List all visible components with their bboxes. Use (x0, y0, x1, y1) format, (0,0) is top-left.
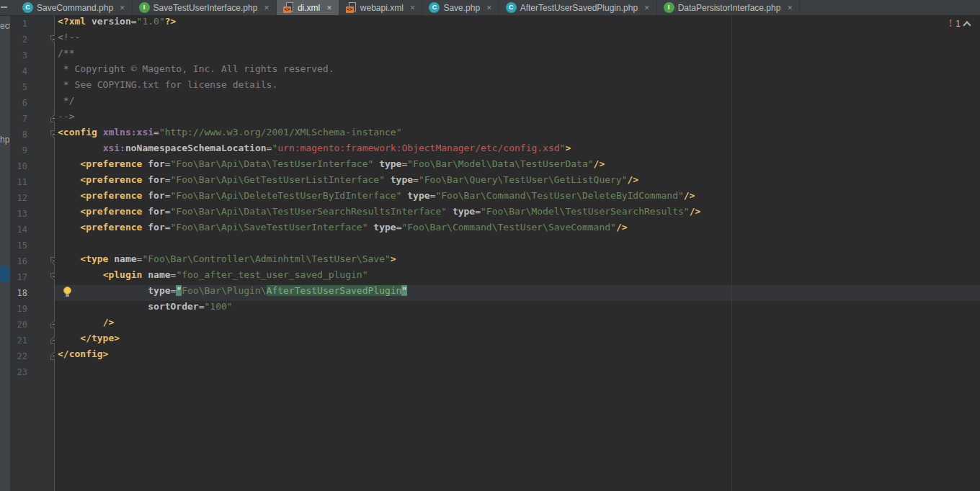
tab-close-icon[interactable]: ✕ (264, 4, 270, 12)
php-class-icon: C (22, 2, 33, 13)
project-item-fragment-1: hp (0, 134, 10, 145)
code-line-12[interactable]: <preference for="Foo\Bar\Api\DeleteTestU… (58, 190, 980, 206)
chevron-up-icon[interactable] (963, 21, 971, 29)
tab-Save.php[interactable]: CSave.php✕ (422, 0, 499, 15)
php-interface-icon: I (664, 2, 674, 13)
code-line-1[interactable]: <?xml version="1.0"?> (58, 16, 980, 32)
editor-gutter[interactable]: 1234567891011121314151617181920212223 (10, 16, 55, 491)
code-line-20[interactable]: /> (58, 317, 980, 333)
inspections-widget[interactable]: ! 1 (949, 18, 970, 30)
code-line-18[interactable]: type="Foo\Bar\Plugin\AfterTestUserSavedP… (58, 285, 980, 301)
xml-file-icon: <> (283, 2, 294, 13)
tab-AfterTestUserSavedPlugin.php[interactable]: CAfterTestUserSavedPlugin.php✕ (499, 0, 657, 15)
code-line-21[interactable]: </type> (58, 333, 980, 348)
tab-close-icon[interactable]: ✕ (644, 4, 650, 12)
tab-label: DataPersistorInterface.php (678, 3, 781, 13)
tab-webapi.xml[interactable]: <>webapi.xml✕ (339, 0, 423, 15)
tab-close-icon[interactable]: ✕ (787, 4, 793, 12)
php-class-icon: C (506, 2, 517, 13)
project-item-fragment-0: ect (0, 20, 10, 32)
error-icon: ! (949, 19, 953, 29)
line-number-17: 17 (10, 269, 27, 285)
xml-badge: <> (283, 6, 291, 13)
code-line-14[interactable]: <preference for="Foo\Bar\Api\SaveTestUse… (58, 222, 980, 238)
line-number-3: 3 (10, 48, 27, 63)
code-line-17[interactable]: <plugin name="foo_after_test_user_saved_… (58, 269, 980, 285)
line-number-19: 19 (10, 301, 27, 317)
xml-file-icon: <> (346, 2, 357, 13)
code-line-4[interactable]: * Copyright © Magento, Inc. All rights r… (58, 63, 980, 79)
line-number-12: 12 (10, 190, 27, 206)
line-number-18: 18 (10, 285, 27, 301)
code-line-19[interactable]: sortOrder="100" (58, 301, 980, 317)
line-number-11: 11 (10, 174, 27, 190)
tab-close-icon[interactable]: ✕ (410, 4, 416, 12)
error-count: 1 (956, 19, 961, 29)
code-line-9[interactable]: xsi:noNamespaceSchemaLocation="urn:magen… (58, 143, 980, 158)
line-number-15: 15 (10, 238, 27, 253)
tab-close-icon[interactable]: ✕ (486, 4, 492, 12)
line-number-14: 14 (10, 222, 27, 238)
code-line-16[interactable]: <type name="Foo\Bar\Controller\Adminhtml… (58, 253, 980, 269)
line-number-6: 6 (10, 95, 27, 111)
line-number-23: 23 (10, 364, 27, 380)
line-number-10: 10 (10, 158, 27, 174)
code-line-23[interactable] (58, 364, 980, 380)
line-number-22: 22 (10, 348, 27, 364)
code-lines: <?xml version="1.0"?><!--/** * Copyright… (58, 16, 980, 380)
line-number-2: 2 (10, 32, 27, 48)
tab-label: di.xml (298, 3, 320, 13)
project-selected-item-highlight (0, 266, 10, 282)
code-line-22[interactable]: </config> (58, 348, 980, 364)
tab-list: CSaveCommand.php✕ISaveTestUserInterface.… (16, 0, 800, 15)
line-number-4: 4 (10, 63, 27, 79)
code-line-2[interactable]: <!-- (58, 32, 980, 48)
php-class-icon: C (429, 2, 440, 13)
line-number-13: 13 (10, 206, 27, 222)
tab-label: AfterTestUserSavedPlugin.php (520, 3, 638, 13)
line-number-8: 8 (10, 127, 27, 143)
project-toolwindow-sliver[interactable]: ecthp (0, 16, 10, 491)
code-line-11[interactable]: <preference for="Foo\Bar\Api\GetTestUser… (58, 174, 980, 190)
tab-close-icon[interactable]: ✕ (120, 4, 125, 12)
code-editor[interactable]: <?xml version="1.0"?><!--/** * Copyright… (55, 16, 980, 491)
tab-SaveCommand.php[interactable]: CSaveCommand.php✕ (16, 0, 133, 15)
code-line-10[interactable]: <preference for="Foo\Bar\Api\Data\TestUs… (58, 158, 980, 174)
line-number-16: 16 (10, 253, 27, 269)
xml-badge: <> (346, 6, 354, 13)
line-number-5: 5 (10, 79, 27, 95)
window-corner-dash-icon (1, 6, 7, 8)
tab-label: Save.php (443, 3, 480, 13)
line-number-21: 21 (10, 333, 27, 348)
code-line-13[interactable]: <preference for="Foo\Bar\Api\Data\TestUs… (58, 206, 980, 222)
tab-SaveTestUserInterface.php[interactable]: ISaveTestUserInterface.php✕ (133, 0, 277, 15)
code-line-6[interactable]: */ (58, 95, 980, 111)
tab-DataPersistorInterface.php[interactable]: IDataPersistorInterface.php✕ (657, 0, 800, 15)
tab-label: SaveCommand.php (37, 3, 113, 13)
line-number-7: 7 (10, 111, 27, 127)
code-line-8[interactable]: <config xmlns:xsi="http://www.w3.org/200… (58, 127, 980, 143)
line-number-1: 1 (10, 16, 27, 32)
intention-bulb-icon[interactable] (63, 287, 71, 298)
tab-di.xml[interactable]: <>di.xml✕ (277, 0, 339, 15)
tab-label: webapi.xml (360, 3, 404, 13)
editor-tab-bar: CSaveCommand.php✕ISaveTestUserInterface.… (0, 0, 980, 16)
code-line-7[interactable]: --> (58, 111, 980, 127)
code-line-3[interactable]: /** (58, 48, 980, 63)
code-line-5[interactable]: * See COPYING.txt for license details. (58, 79, 980, 95)
line-number-9: 9 (10, 143, 27, 158)
tab-label: SaveTestUserInterface.php (153, 3, 258, 13)
php-interface-icon: I (139, 2, 150, 13)
line-number-20: 20 (10, 317, 27, 333)
tab-close-icon[interactable]: ✕ (326, 4, 332, 12)
code-line-15[interactable] (58, 238, 980, 253)
